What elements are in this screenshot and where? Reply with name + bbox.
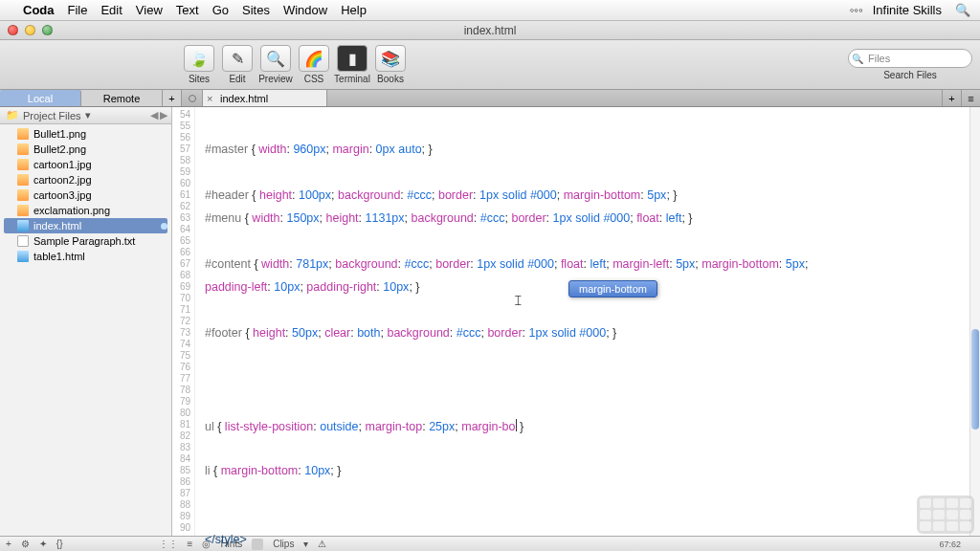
search-label: Search Files bbox=[848, 70, 972, 80]
breadcrumb-toggle[interactable] bbox=[182, 90, 203, 106]
menu-view[interactable]: View bbox=[136, 3, 163, 17]
pencil-icon: ✎ bbox=[222, 45, 253, 72]
file-row[interactable]: Bullet2.png bbox=[0, 142, 171, 157]
macos-menubar: Coda File Edit View Text Go Sites Window… bbox=[0, 0, 980, 21]
file-row[interactable]: table1.html bbox=[0, 249, 171, 264]
search-placeholder: Files bbox=[868, 53, 890, 64]
menu-window[interactable]: Window bbox=[283, 3, 327, 17]
menu-sites[interactable]: Sites bbox=[242, 3, 270, 17]
html-file-icon bbox=[17, 220, 29, 231]
spotlight-icon[interactable]: 🔍 bbox=[955, 3, 970, 17]
tab-remote[interactable]: Remote bbox=[81, 90, 163, 106]
image-file-icon bbox=[17, 174, 29, 186]
sites-label: Sites bbox=[189, 74, 210, 84]
cursor-position: 67:62 bbox=[939, 540, 961, 549]
add-button[interactable]: + bbox=[6, 539, 11, 549]
scroll-thumb[interactable] bbox=[971, 329, 979, 430]
window-title: index.html bbox=[464, 24, 517, 37]
file-name: table1.html bbox=[33, 251, 85, 262]
tab-local[interactable]: Local bbox=[0, 90, 81, 106]
books-button[interactable]: 📚Books bbox=[371, 45, 410, 84]
sidebar-header[interactable]: 📁 Project Files ▾ ◀▶ bbox=[0, 107, 171, 124]
tab-overflow-plus[interactable]: + bbox=[942, 90, 961, 106]
menu-help[interactable]: Help bbox=[341, 3, 367, 17]
terminal-button[interactable]: ▮Terminal bbox=[333, 45, 371, 84]
text-caret bbox=[516, 419, 517, 431]
zoom-window-button[interactable] bbox=[42, 25, 53, 35]
magnifier-icon: 🔍 bbox=[260, 45, 291, 72]
nav-back-icon[interactable]: ◀ bbox=[150, 109, 158, 121]
minimize-window-button[interactable] bbox=[25, 25, 35, 35]
code-editor[interactable]: 5455565758596061626364656667686970717273… bbox=[172, 107, 980, 536]
keyboard-overlay bbox=[917, 496, 974, 534]
file-row[interactable]: Sample Paragraph.txt bbox=[0, 233, 171, 249]
code-content[interactable]: #master { width: 960px; margin: 0px auto… bbox=[195, 107, 980, 536]
sidebar-title: Project Files bbox=[23, 110, 81, 121]
tab-strip: Local Remote + index.html + ≡ bbox=[0, 90, 980, 107]
columns2-icon[interactable]: ≡ bbox=[188, 539, 193, 549]
file-name: Bullet1.png bbox=[33, 128, 86, 140]
menu-edit[interactable]: Edit bbox=[100, 3, 122, 17]
add-tab-button[interactable]: + bbox=[163, 90, 182, 106]
wifi-icon[interactable]: ◦◦◦ bbox=[850, 3, 863, 17]
file-name: Sample Paragraph.txt bbox=[33, 235, 135, 247]
edit-button[interactable]: ✎Edit bbox=[218, 45, 256, 84]
window-titlebar: index.html bbox=[0, 21, 980, 40]
menu-go[interactable]: Go bbox=[212, 3, 229, 17]
action-icon[interactable]: ✦ bbox=[39, 539, 47, 549]
autocomplete-popup[interactable]: margin-bottom bbox=[568, 280, 657, 298]
menu-text[interactable]: Text bbox=[176, 3, 199, 17]
sites-button[interactable]: 🍃Sites bbox=[180, 45, 218, 84]
file-name: cartoon1.jpg bbox=[33, 159, 92, 170]
file-name: cartoon2.jpg bbox=[33, 174, 92, 186]
file-row[interactable]: exclamation.png bbox=[0, 203, 171, 218]
image-file-icon bbox=[17, 128, 29, 140]
i-beam-cursor-icon: 𝙸 bbox=[513, 295, 523, 306]
folder-icon: 📁 bbox=[6, 109, 19, 121]
search-input[interactable]: Files bbox=[848, 49, 972, 68]
edit-label: Edit bbox=[229, 74, 245, 84]
toolbar: 🍃Sites ✎Edit 🔍Preview 🌈CSS ▮Terminal 📚Bo… bbox=[0, 40, 980, 90]
braces-icon[interactable]: {} bbox=[56, 539, 63, 549]
file-name: Bullet2.png bbox=[33, 143, 86, 155]
circle-icon bbox=[189, 95, 196, 102]
image-file-icon bbox=[17, 205, 29, 216]
file-row[interactable]: cartoon2.jpg bbox=[0, 172, 171, 187]
html-file-icon bbox=[17, 251, 29, 262]
close-window-button[interactable] bbox=[8, 25, 18, 35]
file-list: Bullet1.png Bullet2.png cartoon1.jpg car… bbox=[0, 124, 171, 536]
file-name: exclamation.png bbox=[33, 205, 110, 216]
nav-fwd-icon[interactable]: ▶ bbox=[160, 109, 167, 121]
books-label: Books bbox=[377, 74, 404, 84]
image-file-icon bbox=[17, 189, 29, 201]
app-name[interactable]: Coda bbox=[23, 3, 55, 17]
line-gutter: 5455565758596061626364656667686970717273… bbox=[172, 107, 195, 536]
image-file-icon bbox=[17, 159, 29, 170]
gear-icon[interactable]: ⚙ bbox=[21, 539, 30, 549]
menu-file[interactable]: File bbox=[68, 3, 88, 17]
preview-label: Preview bbox=[258, 74, 293, 84]
leaf-icon: 🍃 bbox=[184, 45, 214, 72]
chevron-down-icon: ▾ bbox=[85, 109, 91, 121]
books-icon: 📚 bbox=[375, 45, 406, 72]
file-name: index.html bbox=[33, 220, 81, 231]
rainbow-icon: 🌈 bbox=[299, 45, 329, 72]
autocomplete-item: margin-bottom bbox=[579, 283, 647, 295]
preview-button[interactable]: 🔍Preview bbox=[256, 45, 295, 84]
text-file-icon bbox=[17, 235, 29, 247]
terminal-icon: ▮ bbox=[337, 45, 368, 72]
file-row[interactable]: cartoon1.jpg bbox=[0, 157, 171, 172]
file-row-selected[interactable]: index.html bbox=[4, 218, 167, 233]
css-label: CSS bbox=[304, 74, 324, 84]
image-file-icon bbox=[17, 143, 29, 155]
vertical-scrollbar[interactable] bbox=[969, 107, 980, 536]
menubar-right-text[interactable]: Infinite Skills bbox=[873, 3, 942, 17]
tab-overflow-menu[interactable]: ≡ bbox=[961, 90, 980, 106]
css-button[interactable]: 🌈CSS bbox=[295, 45, 333, 84]
columns-icon[interactable]: ⋮⋮ bbox=[159, 539, 178, 549]
file-row[interactable]: Bullet1.png bbox=[0, 126, 171, 142]
terminal-label: Terminal bbox=[334, 74, 370, 84]
file-tab-index[interactable]: index.html bbox=[203, 90, 327, 106]
file-row[interactable]: cartoon3.jpg bbox=[0, 187, 171, 203]
file-name: cartoon3.jpg bbox=[33, 189, 92, 201]
